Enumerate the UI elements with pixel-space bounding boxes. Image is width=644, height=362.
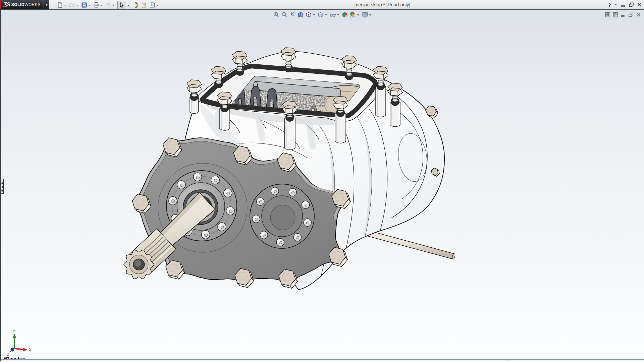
svg-text:Y: Y — [13, 329, 15, 334]
headsup-button-zoom-to-fit[interactable] — [272, 11, 280, 18]
taskbar-separator — [370, 360, 370, 361]
3ds-logo-icon: ƷS — [4, 2, 10, 8]
headsup-button-apply-scene[interactable] — [349, 11, 361, 18]
select-arrow-icon — [119, 2, 125, 8]
design-checker-icon — [149, 2, 155, 8]
orientation-triad: ZYX — [3, 328, 36, 358]
toolbar-button-options[interactable] — [141, 2, 148, 8]
document-title: menjac sklop * [Read-only] — [248, 0, 517, 10]
dropdown-caret-icon[interactable] — [88, 5, 90, 6]
dropdown-caret-icon[interactable] — [127, 5, 129, 6]
save-icon — [81, 2, 87, 8]
view-settings-icon[interactable] — [362, 11, 368, 18]
doc-restore-icon — [628, 12, 634, 17]
headsup-button-view-orientation[interactable] — [305, 11, 317, 18]
window-minimize-button[interactable] — [621, 2, 626, 7]
window-restore-button[interactable] — [629, 2, 634, 7]
dropdown-caret-icon[interactable] — [369, 14, 371, 16]
toolbar-button-interference-detection[interactable] — [132, 2, 140, 8]
print-icon — [93, 2, 99, 8]
menu-flyout-arrow[interactable] — [44, 0, 49, 9]
dropdown-caret-icon[interactable] — [156, 5, 158, 6]
taskbar-separator — [590, 360, 590, 361]
help-button[interactable]: ? — [608, 2, 611, 8]
quick-access-toolbar — [56, 0, 160, 10]
edit-appearance-icon[interactable] — [341, 11, 348, 18]
view-orientation-icon[interactable] — [305, 11, 312, 18]
dropdown-caret-icon[interactable] — [313, 14, 315, 16]
dropdown-caret-icon[interactable] — [64, 5, 66, 6]
title-bar: ƷS SOLIDWORKS menjac sklop * [Read-only]… — [0, 0, 644, 10]
taskbar-separator — [431, 360, 431, 361]
apply-scene-icon[interactable] — [350, 11, 356, 18]
doc-collapse-left-icon — [605, 12, 610, 17]
svg-text:X: X — [29, 348, 32, 352]
dropdown-caret-icon[interactable] — [76, 5, 78, 6]
triad-x-axis: X — [15, 348, 32, 352]
doc-close-button[interactable] — [636, 12, 641, 19]
dropdown-caret-icon[interactable] — [337, 14, 339, 16]
toolbar-button-undo[interactable] — [105, 2, 116, 8]
doc-restore-button[interactable] — [628, 12, 634, 19]
dropdown-caret-icon[interactable] — [357, 14, 359, 16]
hide-show-items-icon[interactable] — [329, 11, 336, 18]
toolbar-button-select[interactable] — [117, 1, 132, 9]
taskbar-separator — [507, 360, 507, 361]
dropdown-caret-icon[interactable] — [325, 14, 327, 16]
section-view-icon[interactable] — [297, 11, 304, 18]
dropdown-caret-icon[interactable] — [112, 5, 114, 6]
dropdown-caret-icon[interactable] — [100, 5, 102, 6]
toolbar-button-print[interactable] — [93, 2, 104, 8]
triad-z-axis: Z — [7, 348, 14, 357]
headsup-button-zoom-to-area[interactable] — [280, 11, 288, 18]
window-close-button[interactable] — [637, 2, 642, 7]
triad-y-axis: Y — [13, 329, 16, 349]
interference-icon — [133, 2, 139, 8]
taskbar-sliver — [1, 359, 644, 361]
graphics-viewport[interactable]: ZYX *Dimetric — [0, 10, 644, 361]
headsup-button-previous-view[interactable] — [288, 11, 297, 18]
gearbox-3d-model — [1, 10, 644, 361]
doc-minimize-button[interactable] — [621, 12, 626, 19]
solidworks-logo-text: SOLIDWORKS — [11, 2, 40, 7]
solidworks-logo: ƷS SOLIDWORKS — [1, 0, 44, 9]
doc-collapse-left-button[interactable] — [605, 12, 610, 19]
headsup-button-display-style[interactable] — [317, 11, 329, 18]
doc-minimize-icon — [621, 12, 626, 17]
headsup-button-section-view[interactable] — [297, 11, 305, 18]
taskbar-separator — [225, 360, 225, 361]
document-window-controls — [605, 12, 641, 19]
zoom-to-fit-icon[interactable] — [273, 11, 280, 18]
side-cover — [250, 184, 314, 248]
help-caret-icon[interactable] — [615, 4, 617, 5]
feature-tree-collapsed-tab[interactable] — [1, 179, 4, 194]
zoom-to-area-icon[interactable] — [281, 11, 288, 18]
toolbar-button-save[interactable] — [80, 2, 92, 8]
toolbar-button-design-checker[interactable] — [149, 2, 160, 8]
doc-close-icon — [636, 12, 641, 17]
headsup-button-hide-show-items[interactable] — [329, 11, 341, 18]
window-controls: ? — [608, 0, 642, 9]
options-icon — [141, 2, 147, 8]
doc-collapse-right-button[interactable] — [613, 12, 618, 19]
toolbar-button-open[interactable] — [68, 2, 80, 8]
headsup-button-view-settings[interactable] — [361, 11, 373, 18]
headsup-button-edit-appearance[interactable] — [341, 11, 349, 18]
open-icon — [69, 2, 75, 8]
previous-view-icon[interactable] — [289, 11, 296, 18]
undo-icon — [105, 2, 111, 8]
doc-collapse-right-icon — [613, 12, 618, 17]
headsup-view-toolbar — [272, 11, 373, 18]
toolbar-button-new[interactable] — [56, 2, 68, 8]
display-style-icon[interactable] — [317, 11, 324, 18]
new-document-icon — [57, 2, 63, 8]
